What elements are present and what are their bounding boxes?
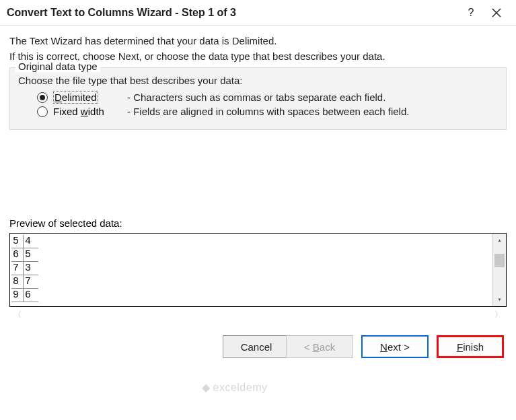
help-button[interactable]: ? [458,3,484,23]
chevron-left-icon: 〈 [13,309,22,320]
intro-text-1: The Text Wizard has determined that your… [9,35,507,46]
preview-row: 9 6 [11,289,492,302]
preview-box: 5 4 6 5 7 3 8 7 9 6 ▴ ▾ [9,233,507,307]
finish-button[interactable]: Finish [437,335,504,358]
preview-cell: 4 [24,235,38,248]
preview-cell: 3 [24,262,38,275]
finish-label: Finish [457,341,484,353]
dialog-body: The Text Wizard has determined that your… [0,26,516,322]
close-button[interactable] [484,3,509,23]
preview-cell: 6 [11,248,24,262]
scroll-thumb[interactable] [494,254,505,267]
radio-delimited-label: Delimited [53,92,127,103]
radio-fixed-width-label: Fixed width [53,106,127,117]
radio-fixed-width-desc: - Fields are aligned in columns with spa… [127,106,409,117]
preview-cell: 5 [11,235,24,248]
watermark: ◆exceldemy [202,381,267,394]
preview-cell: 9 [11,289,24,302]
dialog-title: Convert Text to Columns Wizard - Step 1 … [7,7,458,19]
preview-row: 5 4 [11,235,492,248]
original-data-type-group: Original data type Choose the file type … [9,67,507,130]
horizontal-scrollbar[interactable]: 〈 〉 [9,307,507,322]
button-row: Cancel < Back Next > Finish [0,322,516,366]
radio-icon [37,106,48,117]
close-icon [492,8,501,18]
radio-fixed-width[interactable]: Fixed width - Fields are aligned in colu… [37,106,498,117]
preview-row: 8 7 [11,275,492,289]
fieldset-legend: Original data type [15,61,100,72]
back-label: < Back [304,341,335,353]
preview-cell: 5 [24,248,38,262]
preview-data: 5 4 6 5 7 3 8 7 9 6 [10,234,492,306]
preview-row: 6 5 [11,248,492,262]
cancel-label: Cancel [241,341,272,353]
preview-label: Preview of selected data: [9,217,507,229]
fieldset-prompt: Choose the file type that best describes… [18,75,498,86]
radio-icon [37,92,48,103]
cancel-button[interactable]: Cancel [223,335,290,358]
preview-cell: 7 [24,275,38,289]
vertical-scrollbar[interactable]: ▴ ▾ [492,234,506,306]
next-label: Next > [380,341,410,353]
titlebar: Convert Text to Columns Wizard - Step 1 … [0,0,516,26]
preview-cell: 8 [11,275,24,289]
next-button[interactable]: Next > [361,335,429,358]
chevron-down-icon: ▾ [493,293,506,306]
preview-cell: 7 [11,262,24,275]
radio-delimited[interactable]: Delimited - Characters such as commas or… [37,92,498,103]
back-button: < Back [286,335,353,358]
chevron-right-icon: 〉 [494,309,503,320]
radio-delimited-desc: - Characters such as commas or tabs sepa… [127,92,385,103]
preview-cell: 6 [24,289,38,302]
chevron-up-icon: ▴ [493,234,506,247]
preview-row: 7 3 [11,262,492,275]
